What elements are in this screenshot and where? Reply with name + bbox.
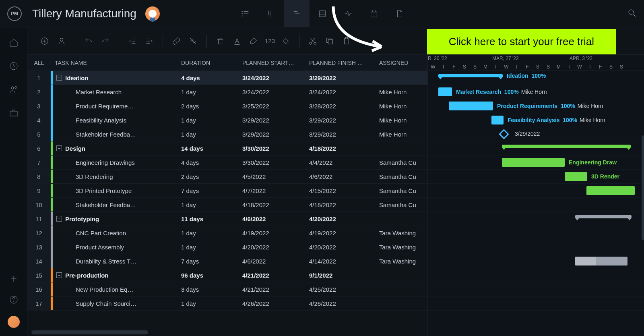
row-start[interactable]: 4/7/2022	[242, 187, 309, 194]
row-start[interactable]: 4/26/2022	[242, 300, 309, 307]
col-header-duration[interactable]: DURATION	[181, 60, 242, 66]
row-duration[interactable]: 14 days	[181, 145, 242, 152]
cut-button[interactable]	[305, 33, 320, 49]
row-assigned[interactable]: Mike Horn	[379, 89, 427, 95]
row-finish[interactable]: 3/29/2022	[309, 131, 379, 138]
row-start[interactable]: 4/5/2022	[242, 173, 309, 180]
row-finish[interactable]: 4/14/2022	[309, 258, 379, 265]
row-index[interactable]: 3	[27, 99, 51, 113]
row-start[interactable]: 3/25/2022	[242, 103, 309, 110]
gantt-task-bar[interactable]: Engineering Draw	[502, 158, 565, 167]
row-duration[interactable]: 4 days	[181, 159, 242, 166]
table-row[interactable]: 5Stakeholder Feedba…1 day3/29/20223/29/2…	[27, 127, 427, 141]
table-row[interactable]: 4Feasibility Analysis1 day3/29/20223/29/…	[27, 113, 427, 127]
table-row[interactable]: 12CNC Part Creation1 day4/19/20224/19/20…	[27, 226, 427, 240]
row-start[interactable]: 4/20/2022	[242, 244, 309, 251]
row-index[interactable]: 16	[27, 282, 51, 296]
row-duration[interactable]: 96 days	[181, 272, 242, 279]
wbs-text[interactable]: 123	[263, 37, 277, 44]
text-color-button[interactable]	[229, 33, 245, 49]
collapse-icon[interactable]: −	[56, 75, 62, 81]
row-name-cell[interactable]: −Prototyping	[53, 216, 181, 222]
row-name-cell[interactable]: Stakeholder Feedba…	[53, 201, 181, 208]
col-header-finish[interactable]: PLANNED FINISH …	[309, 60, 379, 66]
undo-button[interactable]	[81, 33, 96, 49]
col-header-name[interactable]: TASK NAME	[51, 60, 181, 66]
row-name-cell[interactable]: Supply Chain Sourci…	[53, 300, 181, 307]
row-assigned[interactable]: Mike Horn	[379, 103, 427, 110]
view-tab-calendar[interactable]	[361, 0, 387, 27]
vertical-scrollbar[interactable]	[642, 135, 644, 240]
row-name-cell[interactable]: Product Assembly	[53, 244, 181, 251]
row-assigned[interactable]: Samantha Cu	[379, 159, 427, 166]
row-name-cell[interactable]: −Pre-production	[53, 272, 181, 279]
table-row[interactable]: 10Stakeholder Feedba…1 day4/18/20224/18/…	[27, 198, 427, 212]
table-row[interactable]: 1−Ideation4 days3/24/20223/29/2022	[27, 71, 427, 85]
row-duration[interactable]: 11 days	[181, 216, 242, 222]
table-row[interactable]: 15−Pre-production96 days4/21/20229/1/202…	[27, 268, 427, 282]
row-finish[interactable]: 4/15/2022	[309, 187, 379, 194]
indent-button[interactable]	[142, 33, 157, 49]
link-button[interactable]	[169, 33, 184, 49]
gantt-summary-bar[interactable]: Ideation 100%	[438, 74, 503, 77]
table-row[interactable]: 83D Rendering2 days4/5/20224/6/2022Saman…	[27, 170, 427, 184]
briefcase-icon[interactable]	[9, 108, 19, 118]
collapse-icon[interactable]: −	[56, 272, 62, 278]
row-name-cell[interactable]: Engineering Drawings	[53, 159, 181, 166]
row-duration[interactable]: 1 day	[181, 300, 242, 307]
row-assigned[interactable]: Samantha Cu	[379, 201, 427, 208]
view-tab-files[interactable]	[387, 0, 413, 27]
row-start[interactable]: 4/6/2022	[242, 258, 309, 265]
gantt-task-bar[interactable]: Feasibility Analysis 100%Mike Horn	[491, 116, 504, 124]
gantt-task-bar[interactable]	[586, 186, 635, 195]
gantt-milestone[interactable]	[499, 129, 509, 139]
row-duration[interactable]: 7 days	[181, 187, 242, 194]
row-name-cell[interactable]: Market Research	[53, 89, 181, 95]
table-row[interactable]: 7Engineering Drawings4 days3/30/20224/4/…	[27, 156, 427, 170]
row-index[interactable]: 7	[27, 156, 51, 169]
row-duration[interactable]: 7 days	[181, 258, 242, 265]
milestone-button[interactable]	[278, 33, 293, 49]
table-row[interactable]: 16New Production Eq…3 days4/21/20224/25/…	[27, 282, 427, 297]
row-finish[interactable]: 4/4/2022	[309, 159, 379, 166]
col-header-assigned[interactable]: ASSIGNED	[379, 60, 427, 66]
table-row[interactable]: 6−Design14 days3/30/20224/18/2022	[27, 141, 427, 156]
row-finish[interactable]: 9/1/2022	[309, 272, 379, 279]
row-index[interactable]: 5	[27, 127, 51, 141]
collapse-icon[interactable]: −	[56, 216, 62, 222]
table-row[interactable]: 13Product Assembly1 day4/20/20224/20/202…	[27, 240, 427, 254]
row-start[interactable]: 3/29/2022	[242, 131, 309, 138]
gantt-task-bar[interactable]: Product Requirements 100%Mike Horn	[449, 102, 493, 110]
row-finish[interactable]: 4/18/2022	[309, 201, 379, 208]
table-row[interactable]: 11−Prototyping11 days4/6/20224/20/2022	[27, 212, 427, 226]
row-duration[interactable]: 2 days	[181, 103, 242, 110]
row-index[interactable]: 15	[27, 268, 51, 282]
gantt-task-bar[interactable]: 3D Render	[565, 172, 587, 181]
row-index[interactable]: 6	[27, 141, 51, 155]
row-duration[interactable]: 1 day	[181, 89, 242, 95]
row-start[interactable]: 4/21/2022	[242, 272, 309, 279]
view-tab-board[interactable]	[258, 0, 284, 27]
row-duration[interactable]: 3 days	[181, 286, 242, 293]
row-index[interactable]: 9	[27, 184, 51, 197]
row-finish[interactable]: 3/28/2022	[309, 103, 379, 110]
row-start[interactable]: 4/6/2022	[242, 216, 309, 222]
row-index[interactable]: 8	[27, 170, 51, 183]
delete-button[interactable]	[213, 33, 228, 49]
row-duration[interactable]: 1 day	[181, 230, 242, 236]
row-duration[interactable]: 1 day	[181, 131, 242, 138]
row-start[interactable]: 4/21/2022	[242, 286, 309, 293]
row-start[interactable]: 3/24/2022	[242, 75, 309, 81]
row-assigned[interactable]: Samantha Cu	[379, 187, 427, 194]
gantt-chart[interactable]: R, 20 '22MAR, 27 '22APR, 3 '22WTFSSMTWTF…	[428, 55, 644, 336]
row-index[interactable]: 13	[27, 240, 51, 254]
home-icon[interactable]	[9, 38, 19, 48]
view-tab-sheet[interactable]	[310, 0, 335, 27]
row-name-cell[interactable]: −Design	[53, 145, 181, 152]
copy-button[interactable]	[322, 33, 337, 49]
row-finish[interactable]: 4/6/2022	[309, 173, 379, 180]
row-assigned[interactable]: Tara Washing	[379, 230, 427, 236]
row-name-cell[interactable]: Product Requireme…	[53, 103, 181, 110]
row-start[interactable]: 4/19/2022	[242, 230, 309, 236]
row-finish[interactable]: 4/20/2022	[309, 244, 379, 251]
